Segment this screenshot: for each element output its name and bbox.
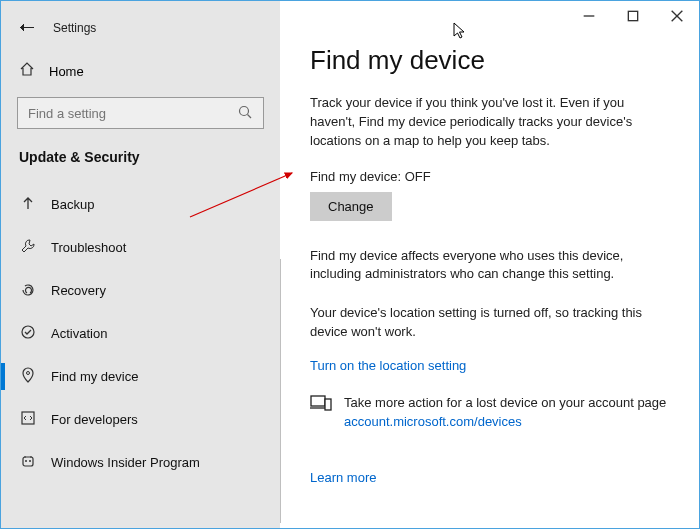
home-link[interactable]: Home [1,51,280,97]
sidebar-item-label: Troubleshoot [51,240,126,255]
insider-icon [19,453,37,472]
svg-point-5 [240,106,249,115]
home-icon [19,61,35,81]
affects-text: Find my device affects everyone who uses… [310,247,669,285]
developer-icon [19,410,37,429]
sidebar-item-insider[interactable]: Windows Insider Program [1,441,280,484]
svg-point-12 [29,460,31,462]
search-box[interactable] [17,97,264,129]
svg-line-6 [248,114,252,118]
page-title: Find my device [310,45,669,76]
maximize-button[interactable] [611,1,655,31]
intro-text: Track your device if you think you've lo… [310,94,669,151]
sidebar-item-activation[interactable]: Activation [1,312,280,355]
sidebar-item-label: Recovery [51,283,106,298]
sidebar-item-label: Windows Insider Program [51,455,200,470]
backup-icon [19,195,37,214]
location-off-text: Your device's location setting is turned… [310,304,669,342]
svg-rect-2 [628,11,637,20]
sidebar-item-label: Find my device [51,369,138,384]
content-area: Find my device Track your device if you … [280,1,699,528]
svg-rect-15 [311,396,325,406]
window-title: Settings [53,21,96,35]
home-label: Home [49,64,84,79]
sidebar-item-recovery[interactable]: Recovery [1,269,280,312]
window-controls [279,1,699,31]
sidebar-item-find-my-device[interactable]: Find my device [1,355,280,398]
sidebar-item-label: Backup [51,197,94,212]
sidebar: 🠐 Settings Home Update & Security Backup… [1,1,280,528]
close-button[interactable] [655,1,699,31]
recovery-icon [19,281,37,300]
sidebar-item-backup[interactable]: Backup [1,183,280,226]
section-header: Update & Security [1,149,280,183]
change-button[interactable]: Change [310,192,392,221]
devices-icon [310,394,332,415]
search-icon [237,104,253,123]
account-devices-link[interactable]: account.microsoft.com/devices [344,414,522,429]
svg-rect-17 [325,399,331,410]
wrench-icon [19,238,37,257]
turn-on-location-link[interactable]: Turn on the location setting [310,358,466,373]
svg-point-11 [25,460,27,462]
account-action-row: Take more action for a lost device on yo… [310,394,669,432]
minimize-button[interactable] [567,1,611,31]
search-input[interactable] [28,106,218,121]
check-circle-icon [19,324,37,343]
status-text: Find my device: OFF [310,169,669,184]
sidebar-item-label: For developers [51,412,138,427]
more-action-text: Take more action for a lost device on yo… [344,395,666,410]
learn-more-link[interactable]: Learn more [310,470,376,485]
sidebar-item-for-developers[interactable]: For developers [1,398,280,441]
sidebar-item-label: Activation [51,326,107,341]
location-icon [19,367,37,386]
svg-point-7 [22,326,34,338]
sidebar-item-troubleshoot[interactable]: Troubleshoot [1,226,280,269]
back-button[interactable]: 🠐 [19,19,35,37]
svg-rect-10 [23,457,33,466]
svg-point-8 [27,372,30,375]
